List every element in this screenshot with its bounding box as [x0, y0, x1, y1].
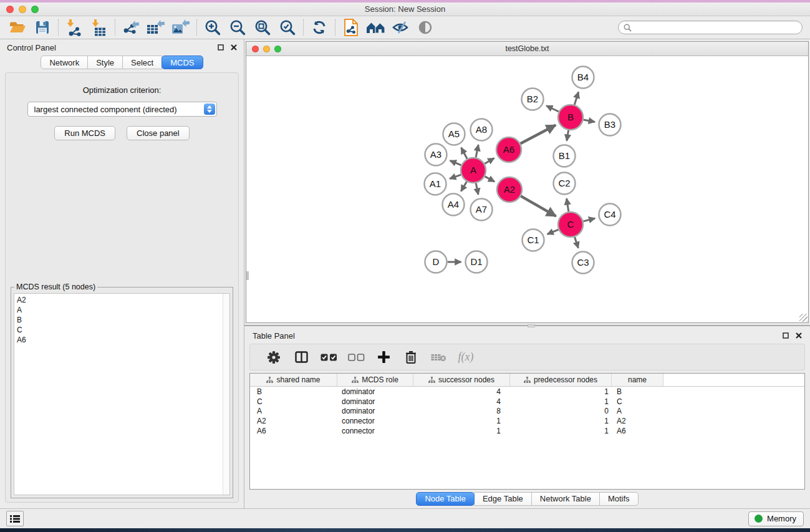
- graph-edge-C-C4[interactable]: [583, 218, 595, 221]
- tab-network[interactable]: Network: [41, 56, 88, 69]
- cell-mcds-role[interactable]: connector: [337, 417, 413, 425]
- tab-mcds[interactable]: MCDS: [162, 56, 203, 69]
- zoom-fit-button[interactable]: [250, 18, 275, 37]
- first-neighbors-button[interactable]: [364, 18, 388, 37]
- search-input[interactable]: [635, 23, 797, 32]
- pane-divider[interactable]: [244, 323, 810, 328]
- float-panel-icon[interactable]: [783, 332, 789, 339]
- graph-node-A3[interactable]: A3: [425, 144, 447, 166]
- window-resize-grip[interactable]: [799, 314, 808, 322]
- graph-node-C1[interactable]: C1: [523, 230, 544, 251]
- cell-name[interactable]: A6: [612, 427, 663, 435]
- cell-successor-nodes[interactable]: 1: [413, 427, 510, 435]
- task-history-button[interactable]: [6, 511, 24, 526]
- graph-edge-C-C1[interactable]: [547, 230, 559, 235]
- column-header-predecessor-nodes[interactable]: predecessor nodes: [510, 374, 612, 386]
- graph-node-A5[interactable]: A5: [443, 123, 465, 145]
- column-header-shared-name[interactable]: shared name: [250, 374, 337, 386]
- divider-grip-icon[interactable]: [528, 324, 535, 327]
- list-item[interactable]: B: [17, 315, 223, 325]
- list-item[interactable]: A2: [17, 295, 223, 305]
- tab-network-table[interactable]: Network Table: [531, 492, 600, 506]
- graph-node-A7[interactable]: A7: [471, 199, 493, 221]
- graph-node-D1[interactable]: D1: [466, 251, 488, 273]
- cell-shared-name[interactable]: C: [250, 397, 337, 406]
- cell-name[interactable]: A: [612, 407, 663, 415]
- cell-predecessor-nodes[interactable]: 1: [510, 417, 612, 425]
- zoom-selected-button[interactable]: [275, 18, 300, 37]
- canvas-vscroll-thumb[interactable]: [246, 271, 249, 280]
- cell-mcds-role[interactable]: dominator: [337, 387, 413, 396]
- cell-successor-nodes[interactable]: 1: [413, 417, 510, 425]
- graph-edge-C-C2[interactable]: [567, 198, 569, 211]
- export-image-button[interactable]: [168, 18, 193, 37]
- graph-edge-A-A8[interactable]: [476, 145, 478, 157]
- cell-shared-name[interactable]: A6: [250, 427, 337, 435]
- cell-shared-name[interactable]: A: [250, 407, 337, 415]
- graph-node-A1[interactable]: A1: [425, 173, 446, 195]
- cell-predecessor-nodes[interactable]: 1: [510, 387, 612, 396]
- cell-mcds-role[interactable]: dominator: [337, 397, 413, 406]
- delete-table-button[interactable]: [425, 353, 452, 362]
- list-item[interactable]: C: [17, 325, 223, 335]
- graph-node-B1[interactable]: B1: [554, 145, 576, 167]
- graph-node-D[interactable]: D: [425, 251, 447, 273]
- minimize-network-button[interactable]: [263, 46, 270, 52]
- select-all-columns-button[interactable]: [315, 354, 342, 361]
- list-item[interactable]: A6: [17, 335, 223, 345]
- cell-predecessor-nodes[interactable]: 1: [510, 397, 612, 406]
- graph-edge-A-A3[interactable]: [450, 160, 461, 165]
- graph-node-A8[interactable]: A8: [471, 119, 493, 141]
- criterion-select[interactable]: largest connected component (directed): [27, 102, 217, 117]
- table-row[interactable]: B dominator 4 1 B: [250, 387, 804, 397]
- close-window-button[interactable]: [6, 6, 14, 13]
- minimize-window-button[interactable]: [19, 6, 26, 13]
- zoom-out-button[interactable]: [225, 18, 250, 37]
- cell-mcds-role[interactable]: dominator: [337, 407, 413, 415]
- graph-node-C[interactable]: C: [558, 212, 583, 237]
- cell-name[interactable]: C: [612, 397, 663, 406]
- graph-node-C2[interactable]: C2: [554, 173, 576, 195]
- graph-node-A[interactable]: A: [461, 158, 486, 183]
- select-stepper-icon[interactable]: [204, 104, 215, 115]
- mcds-result-list[interactable]: A2 A B C A6: [14, 293, 230, 495]
- close-panel-icon[interactable]: [231, 44, 237, 51]
- cell-name[interactable]: B: [612, 387, 663, 396]
- import-table-button[interactable]: [87, 18, 112, 37]
- graph-edge-B-B4[interactable]: [574, 92, 578, 105]
- cell-name[interactable]: A2: [612, 417, 663, 425]
- copy-network-button[interactable]: [339, 18, 364, 37]
- function-builder-button[interactable]: f(x): [452, 351, 480, 364]
- cell-predecessor-nodes[interactable]: 0: [510, 407, 612, 415]
- graph-node-B4[interactable]: B4: [572, 67, 594, 89]
- node-table[interactable]: shared name MCDS role successor nodes: [249, 373, 805, 490]
- cell-successor-nodes[interactable]: 4: [413, 397, 510, 406]
- list-item[interactable]: A: [17, 305, 223, 315]
- zoom-in-button[interactable]: [200, 18, 225, 37]
- graph-node-A6[interactable]: A6: [496, 137, 521, 162]
- float-panel-icon[interactable]: [218, 44, 224, 51]
- graph-edge-A-A4[interactable]: [461, 181, 466, 191]
- column-header-mcds-role[interactable]: MCDS role: [337, 374, 413, 386]
- save-session-button[interactable]: [30, 18, 55, 37]
- close-panel-button[interactable]: Close panel: [127, 126, 190, 140]
- tab-node-table[interactable]: Node Table: [416, 492, 475, 506]
- tab-edge-table[interactable]: Edge Table: [474, 492, 532, 506]
- deselect-all-columns-button[interactable]: [342, 354, 370, 361]
- close-network-button[interactable]: [252, 46, 259, 52]
- graph-edge-A-A7[interactable]: [476, 183, 478, 195]
- cell-successor-nodes[interactable]: 8: [413, 407, 510, 415]
- graph-node-C3[interactable]: C3: [572, 252, 594, 274]
- tab-motifs[interactable]: Motifs: [599, 492, 639, 506]
- table-settings-button[interactable]: [260, 351, 287, 364]
- graph-edge-A2-C[interactable]: [521, 196, 556, 216]
- export-table-button[interactable]: [143, 18, 168, 37]
- tab-style[interactable]: Style: [87, 56, 123, 69]
- graph-node-B[interactable]: B: [558, 105, 583, 130]
- refresh-button[interactable]: [307, 18, 332, 37]
- show-columns-button[interactable]: [287, 351, 315, 363]
- network-canvas[interactable]: AA1A2A3A4A5A6A7A8BB1B2B3B4CC1C2C3C4DD1: [246, 56, 808, 322]
- column-header-name[interactable]: name: [612, 374, 663, 386]
- graph-edge-B-B3[interactable]: [584, 120, 595, 122]
- graph-node-B2[interactable]: B2: [522, 89, 544, 110]
